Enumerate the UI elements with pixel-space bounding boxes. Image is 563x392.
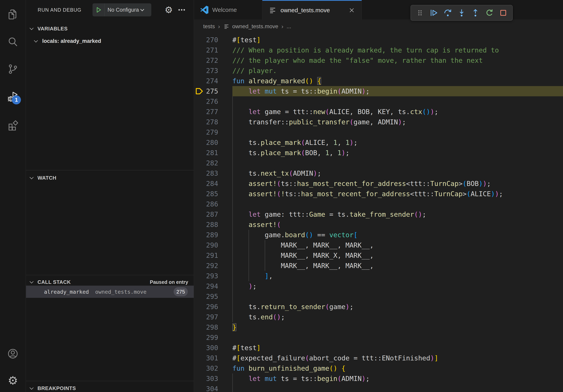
code-line[interactable]: MARK__, MARK__, MARK__, <box>232 240 563 250</box>
gutter-line[interactable]: 287 <box>194 209 232 220</box>
toolbar-drag-handle[interactable] <box>415 7 425 18</box>
code-line[interactable] <box>232 96 563 107</box>
continue-button[interactable] <box>429 7 439 18</box>
gutter-line[interactable]: 301 <box>194 353 232 363</box>
activity-extensions[interactable] <box>6 118 19 131</box>
gutter-line[interactable]: 274 <box>194 76 232 86</box>
gutter-line[interactable]: 278 <box>194 117 232 127</box>
gutter-line[interactable]: 299 <box>194 332 232 343</box>
activity-source-control[interactable] <box>6 63 19 76</box>
gutter-line[interactable]: 289 <box>194 230 232 240</box>
code-line[interactable]: ts.end(); <box>232 312 563 322</box>
code-line[interactable] <box>232 158 563 168</box>
code-line[interactable]: /// player. <box>232 65 563 76</box>
gutter-line[interactable]: 280 <box>194 137 232 148</box>
code-line[interactable]: fun already_marked() { <box>232 76 563 86</box>
gutter-line[interactable]: 271 <box>194 45 232 55</box>
gutter-line[interactable]: 285 <box>194 189 232 199</box>
gutter-line[interactable]: 270 <box>194 35 232 45</box>
line-number: 285 <box>206 189 218 199</box>
code-line[interactable]: assert!( <box>232 220 563 230</box>
code-line[interactable]: let game: ttt::Game = ts.take_from_sende… <box>232 209 563 220</box>
debug-config-dropdown[interactable]: No Configura <box>92 3 151 16</box>
restart-button[interactable] <box>484 7 495 18</box>
code-line[interactable]: MARK__, MARK_X, MARK__, <box>232 250 563 261</box>
breadcrumb-more[interactable]: ... <box>287 23 291 30</box>
code-line[interactable]: ], <box>232 271 563 281</box>
gutter-line[interactable]: 284 <box>194 178 232 189</box>
code-line[interactable] <box>232 127 563 137</box>
gutter-line[interactable]: 303 <box>194 373 232 384</box>
step-over-button[interactable] <box>443 7 453 18</box>
gutter-line[interactable]: 295 <box>194 291 232 301</box>
code-line[interactable]: ts.next_tx(ADMIN); <box>232 168 563 178</box>
code-line[interactable]: #[test] <box>232 343 563 353</box>
start-debugging-button[interactable] <box>92 3 105 16</box>
code-line[interactable]: /// the player who made the "false" move… <box>232 55 563 65</box>
gutter-line[interactable]: 293 <box>194 271 232 281</box>
section-variables[interactable]: VARIABLES <box>26 23 194 34</box>
gutter-line[interactable]: 294 <box>194 281 232 291</box>
code-line[interactable]: let game = ttt::new(ALICE, BOB, KEY, ts.… <box>232 107 563 117</box>
gutter-line[interactable]: 275 <box>194 86 232 96</box>
activity-explorer[interactable] <box>6 8 19 21</box>
breadcrumb-file[interactable]: owned_tests.move <box>232 23 278 30</box>
gutter-line[interactable]: 302 <box>194 363 232 373</box>
step-into-button[interactable] <box>457 7 467 18</box>
code-line[interactable] <box>232 384 563 392</box>
gutter-line[interactable]: 273 <box>194 65 232 76</box>
gutter-line[interactable]: 279 <box>194 127 232 137</box>
gutter-line[interactable]: 297 <box>194 312 232 322</box>
code-line[interactable] <box>232 291 563 301</box>
breadcrumb-folder[interactable]: tests <box>203 23 215 30</box>
close-tab-button[interactable] <box>348 6 356 14</box>
section-watch[interactable]: WATCH <box>26 172 194 183</box>
tab-welcome[interactable]: Welcome <box>194 0 262 20</box>
code-line[interactable]: #[test] <box>232 35 563 45</box>
gutter-line[interactable]: 282 <box>194 158 232 168</box>
views-more-actions-button[interactable] <box>177 5 187 15</box>
gutter-line[interactable]: 296 <box>194 301 232 312</box>
activity-search[interactable] <box>6 35 19 48</box>
code-line[interactable]: ts.return_to_sender(game); <box>232 301 563 312</box>
gutter-line[interactable]: 290 <box>194 240 232 250</box>
gutter-line[interactable]: 272 <box>194 55 232 65</box>
code-line[interactable]: ts.place_mark(ALICE, 1, 1); <box>232 137 563 148</box>
code-line[interactable]: fun burn_unfinished_game() { <box>232 363 563 373</box>
code-line[interactable]: #[expected_failure(abort_code = ttt::ENo… <box>232 353 563 363</box>
gutter-line[interactable]: 292 <box>194 261 232 271</box>
gutter-line[interactable]: 283 <box>194 168 232 178</box>
section-breakpoints[interactable]: BREAKPOINTS <box>26 383 194 392</box>
code-line[interactable]: let mut ts = ts::begin(ADMIN); <box>232 373 563 384</box>
gutter-line[interactable]: 276 <box>194 96 232 107</box>
code-line[interactable]: /// When a position is already marked, t… <box>232 45 563 55</box>
step-out-button[interactable] <box>470 7 481 18</box>
code-line[interactable]: ts.place_mark(BOB, 1, 1); <box>232 148 563 158</box>
activity-run-and-debug[interactable]: 1 <box>6 90 19 103</box>
tab-owned-tests-move[interactable]: owned_tests.move <box>262 0 362 20</box>
code-line[interactable]: assert!(ts::has_most_recent_for_address<… <box>232 178 563 189</box>
code-line[interactable]: MARK__, MARK__, MARK__, <box>232 261 563 271</box>
activity-account[interactable] <box>6 347 19 360</box>
activity-settings[interactable]: ⚙ <box>6 374 19 387</box>
gutter-line[interactable]: 300 <box>194 343 232 353</box>
code-line[interactable]: game.board() == vector[ <box>232 230 563 240</box>
gutter-line[interactable]: 304 <box>194 384 232 392</box>
gutter-line[interactable]: 277 <box>194 107 232 117</box>
code-line[interactable] <box>232 199 563 209</box>
call-stack-frame[interactable]: already_marked owned_tests.move 275 <box>26 286 194 298</box>
code-line[interactable]: assert!(!ts::has_most_recent_for_address… <box>232 189 563 199</box>
gutter-line[interactable]: 288 <box>194 220 232 230</box>
code-line[interactable]: ); <box>232 281 563 291</box>
code-line[interactable]: } <box>232 322 563 332</box>
code-line-current[interactable]: let mut ts = ts::begin(ADMIN); <box>232 86 563 96</box>
gutter-line[interactable]: 286 <box>194 199 232 209</box>
variables-scope-locals[interactable]: locals: already_marked <box>26 36 194 47</box>
gutter-line[interactable]: 291 <box>194 250 232 261</box>
gutter-line[interactable]: 281 <box>194 148 232 158</box>
gutter-line[interactable]: 298 <box>194 322 232 332</box>
stop-button[interactable] <box>498 7 508 18</box>
code-line[interactable] <box>232 332 563 343</box>
code-line[interactable]: transfer::public_transfer(game, ADMIN); <box>232 117 563 127</box>
debug-settings-button[interactable]: ⚙ <box>164 5 174 15</box>
